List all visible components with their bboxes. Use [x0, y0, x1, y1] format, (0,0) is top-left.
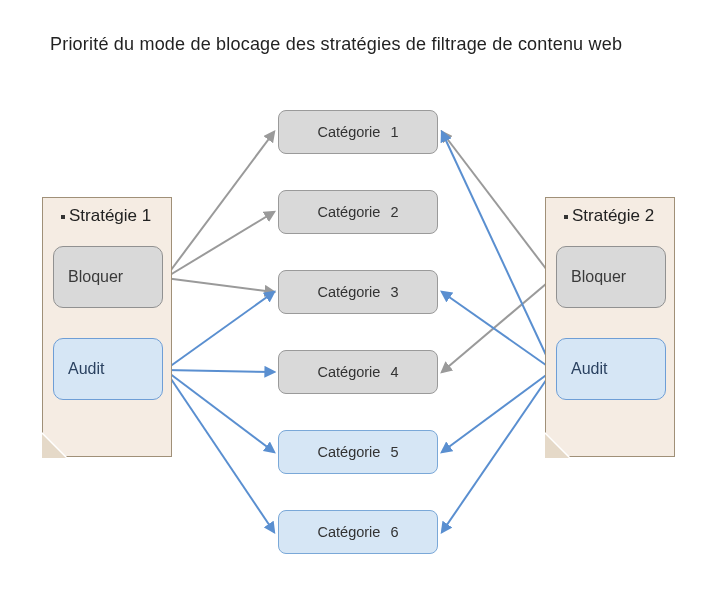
strategy-1-audit-mode: Audit [53, 338, 163, 400]
strategy-2-panel: Stratégie 2 Bloquer Audit [545, 197, 675, 457]
arrow-s1-block-to-cat2 [165, 212, 274, 278]
category-box-5: Catégorie5 [278, 430, 438, 474]
strategy-2-block-label: Bloquer [571, 268, 626, 286]
diagram-title: Priorité du mode de blocage des stratégi… [50, 34, 622, 55]
bullet-icon [61, 215, 65, 219]
arrow-s1-audit-to-cat3 [165, 292, 274, 370]
category-number: 2 [390, 204, 398, 220]
strategy-1-title: Stratégie 1 [43, 206, 171, 226]
paper-fold-icon [545, 432, 571, 458]
arrow-s2-block-to-cat4 [442, 278, 553, 372]
arrow-s1-block-to-cat1 [165, 132, 274, 278]
strategy-1-panel: Stratégie 1 Bloquer Audit [42, 197, 172, 457]
category-box-1: Catégorie1 [278, 110, 438, 154]
arrow-s2-audit-to-cat3 [442, 292, 553, 370]
category-label: Catégorie [318, 204, 381, 220]
arrow-s2-audit-to-cat1 [442, 132, 553, 370]
arrow-s2-audit-to-cat6 [442, 370, 553, 532]
category-number: 6 [390, 524, 398, 540]
paper-fold-icon [42, 432, 68, 458]
arrow-s1-block-to-cat3 [165, 278, 274, 292]
strategy-2-block-mode: Bloquer [556, 246, 666, 308]
strategy-1-audit-label: Audit [68, 360, 104, 378]
strategy-2-audit-mode: Audit [556, 338, 666, 400]
category-label: Catégorie [318, 524, 381, 540]
strategy-2-title: Stratégie 2 [546, 206, 674, 226]
arrow-s2-block-to-cat1 [442, 132, 553, 278]
arrow-s2-audit-to-cat5 [442, 370, 553, 452]
category-number: 5 [390, 444, 398, 460]
strategy-1-block-mode: Bloquer [53, 246, 163, 308]
category-box-3: Catégorie3 [278, 270, 438, 314]
category-box-4: Catégorie4 [278, 350, 438, 394]
category-number: 1 [390, 124, 398, 140]
strategy-1-title-text: Stratégie 1 [69, 206, 151, 225]
category-label: Catégorie [318, 364, 381, 380]
category-box-2: Catégorie2 [278, 190, 438, 234]
category-box-6: Catégorie6 [278, 510, 438, 554]
arrow-s1-audit-to-cat6 [165, 370, 274, 532]
category-label: Catégorie [318, 124, 381, 140]
strategy-1-block-label: Bloquer [68, 268, 123, 286]
strategy-2-audit-label: Audit [571, 360, 607, 378]
category-label: Catégorie [318, 284, 381, 300]
category-number: 3 [390, 284, 398, 300]
arrow-s1-audit-to-cat5 [165, 370, 274, 452]
category-label: Catégorie [318, 444, 381, 460]
bullet-icon [564, 215, 568, 219]
strategy-2-title-text: Stratégie 2 [572, 206, 654, 225]
category-number: 4 [390, 364, 398, 380]
arrow-s1-audit-to-cat4 [165, 370, 274, 372]
